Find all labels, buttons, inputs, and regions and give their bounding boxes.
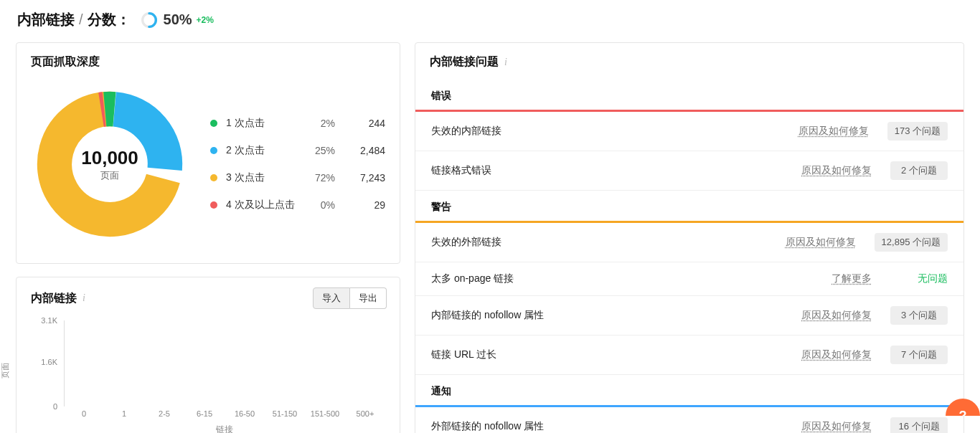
legend-dot-icon: [210, 147, 217, 154]
score-delta: +2%: [197, 15, 214, 25]
internal-links-card: 内部链接 i 导入 导出 页面 3.1K 1.6K 0: [16, 277, 400, 433]
score-label: 分数：: [88, 10, 131, 29]
legend-pct: 0%: [299, 199, 335, 211]
issue-count-badge[interactable]: 16 个问题: [890, 417, 948, 433]
legend-row[interactable]: 2 次点击 25% 2,484: [210, 137, 385, 164]
legend-pct: 2%: [299, 118, 335, 129]
issue-name[interactable]: 外部链接的 nofollow 属性: [431, 420, 801, 433]
issue-name[interactable]: 内部链接的 nofollow 属性: [431, 309, 801, 322]
learn-more-link[interactable]: 了解更多: [831, 272, 872, 285]
issue-row: 失效的外部链接 原因及如何修复 12,895 个问题: [415, 223, 963, 262]
issue-count-badge[interactable]: 173 个问题: [887, 122, 948, 141]
issue-row: 内部链接的 nofollow 属性 原因及如何修复 3 个问题: [415, 296, 963, 336]
import-button[interactable]: 导入: [313, 287, 350, 309]
crawl-depth-card: 页面抓取深度 10,000 页面: [16, 42, 400, 264]
issues-section-notices: 通知: [415, 375, 963, 405]
issues-title: 内部链接问题: [430, 54, 499, 70]
legend-label: 1 次点击: [226, 117, 299, 130]
legend-dot-icon: [210, 174, 217, 181]
issue-name[interactable]: 失效的内部链接: [431, 125, 798, 138]
legend-label: 4 次及以上点击: [226, 199, 299, 211]
internal-links-title: 内部链接: [31, 291, 77, 306]
info-icon[interactable]: i: [83, 292, 85, 304]
legend-row[interactable]: 3 次点击 72% 7,243: [210, 164, 385, 191]
export-button[interactable]: 导出: [350, 287, 387, 309]
legend-val: 7,243: [335, 172, 385, 184]
x-tick: 500+: [345, 406, 385, 418]
issue-row: 链接 URL 过长 原因及如何修复 7 个问题: [415, 336, 963, 375]
legend-val: 244: [335, 118, 385, 129]
info-icon[interactable]: i: [504, 57, 507, 68]
issue-count-badge[interactable]: 12,895 个问题: [875, 233, 948, 252]
issue-count-badge[interactable]: 7 个问题: [890, 346, 948, 364]
issues-card: 内部链接问题 i 错误 失效的内部链接 原因及如何修复 173 个问题 链接格式…: [415, 42, 964, 433]
how-to-fix-link[interactable]: 原因及如何修复: [801, 309, 872, 322]
issue-row: 失效的内部链接 原因及如何修复 173 个问题: [415, 112, 963, 151]
x-tick: 51-150: [265, 406, 305, 418]
legend-pct: 25%: [299, 145, 335, 156]
issue-name[interactable]: 太多 on-page 链接: [431, 272, 831, 285]
issue-row: 外部链接的 nofollow 属性 原因及如何修复 16 个问题: [415, 407, 963, 433]
legend-val: 29: [335, 199, 385, 211]
issue-count-badge[interactable]: 3 个问题: [890, 306, 948, 325]
x-tick: 1: [104, 406, 144, 418]
legend-row[interactable]: 1 次点击 2% 244: [210, 110, 385, 137]
internal-links-bar-chart[interactable]: 3.1K 1.6K 0: [64, 320, 385, 406]
x-tick: 0: [64, 406, 104, 418]
crawl-depth-donut-chart[interactable]: 10,000 页面: [31, 85, 189, 243]
score-value: 50%: [164, 11, 192, 28]
crawl-depth-title: 页面抓取深度: [31, 54, 100, 70]
donut-total-value: 10,000: [81, 147, 138, 169]
legend-label: 3 次点击: [226, 171, 299, 184]
page-title: 内部链接: [17, 10, 75, 29]
x-tick: 16-50: [225, 406, 265, 418]
how-to-fix-link[interactable]: 原因及如何修复: [786, 236, 856, 249]
issues-section-warnings: 警告: [415, 191, 963, 221]
x-tick: 151-500: [305, 406, 345, 418]
how-to-fix-link[interactable]: 原因及如何修复: [798, 125, 869, 138]
y-axis-label: 页面: [0, 363, 11, 379]
legend-dot-icon: [210, 120, 217, 127]
separator: /: [79, 11, 83, 28]
issues-section-errors: 错误: [415, 80, 963, 110]
legend-row[interactable]: 4 次及以上点击 0% 29: [210, 191, 385, 219]
import-export-group: 导入 导出: [313, 287, 387, 309]
x-axis-label: 链接: [64, 424, 385, 433]
issue-row: 太多 on-page 链接 了解更多 无问题: [415, 262, 963, 296]
issue-name[interactable]: 链接格式错误: [431, 164, 801, 177]
x-tick: 2-5: [144, 406, 184, 418]
how-to-fix-link[interactable]: 原因及如何修复: [801, 164, 872, 177]
how-to-fix-link[interactable]: 原因及如何修复: [801, 420, 872, 433]
legend-dot-icon: [210, 201, 217, 209]
donut-legend: 1 次点击 2% 244 2 次点击 25% 2,484 3 次点击 72%: [210, 110, 385, 219]
score-ring-icon: [141, 11, 158, 29]
y-tick: 0: [53, 402, 57, 411]
how-to-fix-link[interactable]: 原因及如何修复: [801, 348, 872, 361]
legend-val: 2,484: [335, 145, 385, 156]
legend-label: 2 次点击: [226, 144, 299, 157]
issue-name[interactable]: 链接 URL 过长: [431, 348, 801, 361]
y-tick: 3.1K: [41, 316, 57, 325]
issue-name[interactable]: 失效的外部链接: [431, 236, 786, 249]
legend-pct: 72%: [299, 172, 335, 184]
x-tick: 6-15: [184, 406, 225, 418]
issue-row: 链接格式错误 原因及如何修复 2 个问题: [415, 151, 963, 191]
no-problem-label: 无问题: [890, 272, 948, 285]
issue-count-badge[interactable]: 2 个问题: [890, 161, 948, 180]
donut-total-label: 页面: [100, 169, 119, 182]
y-tick: 1.6K: [41, 358, 57, 366]
